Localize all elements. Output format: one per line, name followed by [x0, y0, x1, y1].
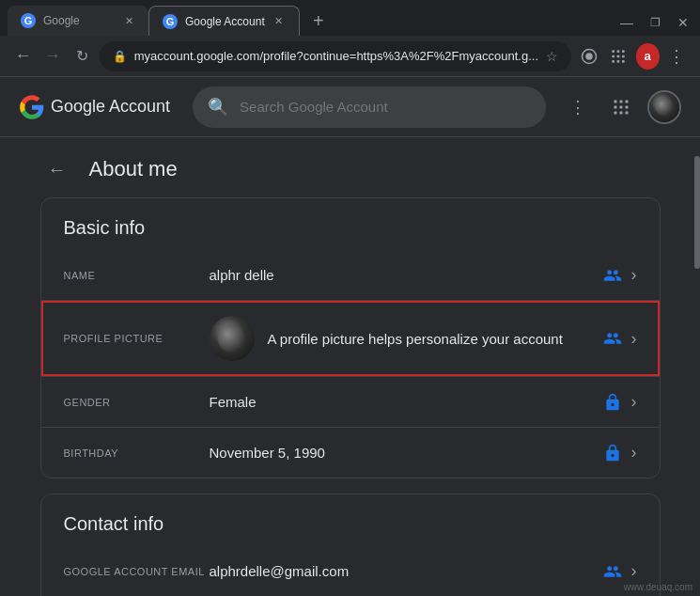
profile-people-icon: [603, 329, 622, 348]
tab-google-close[interactable]: ✕: [122, 15, 135, 27]
avatar-image: [649, 92, 679, 122]
cast-icon[interactable]: [577, 43, 600, 70]
email-label: GOOGLE ACCOUNT EMAIL: [64, 566, 210, 577]
maximize-button[interactable]: ❐: [650, 16, 661, 29]
name-row[interactable]: NAME alphr delle ›: [41, 250, 660, 301]
email-row-actions: ›: [603, 561, 637, 581]
address-bar: ← → ↻ 🔒 myaccount.google.com/profile?con…: [0, 36, 700, 77]
profile-picture-content: A profile picture helps personalize your…: [210, 316, 603, 361]
ga-logo: Google Account: [19, 94, 170, 120]
svg-rect-11: [622, 55, 625, 57]
svg-rect-13: [617, 60, 620, 63]
scrollbar-thumb[interactable]: [694, 156, 700, 269]
profile-thumb: [210, 316, 255, 361]
name-chevron: ›: [631, 265, 637, 285]
contact-info-title: Contact info: [41, 494, 660, 546]
tab-google-account[interactable]: G Google Account ✕: [148, 6, 300, 36]
svg-rect-16: [620, 100, 623, 102]
new-tab-button[interactable]: +: [305, 8, 332, 34]
name-value: alphr delle: [210, 267, 603, 283]
back-button[interactable]: ←: [40, 152, 74, 186]
watermark: www.deuaq.com: [624, 582, 692, 592]
profile-picture-actions: ›: [603, 329, 637, 349]
email-people-icon: [603, 562, 622, 581]
page-title: About me: [89, 157, 178, 181]
svg-text:G: G: [166, 16, 175, 27]
svg-rect-7: [617, 50, 620, 53]
svg-rect-17: [626, 100, 629, 102]
birthday-row-actions: ›: [603, 443, 637, 463]
ga-search-box[interactable]: 🔍: [193, 86, 546, 128]
tab-bar: G Google ✕ G Google Account ✕ + — ❐ ✕: [0, 0, 700, 36]
ga-favicon: G: [163, 14, 178, 29]
email-chevron: ›: [631, 561, 637, 581]
bookmark-icon[interactable]: ☆: [546, 49, 558, 64]
browser-chrome: G Google ✕ G Google Account ✕ + — ❐ ✕ ← …: [0, 0, 700, 77]
svg-text:G: G: [24, 15, 33, 26]
svg-rect-9: [612, 55, 614, 57]
svg-rect-8: [622, 50, 625, 53]
svg-point-5: [586, 54, 592, 59]
svg-rect-18: [614, 105, 617, 108]
gender-label: GENDER: [64, 397, 210, 408]
google-favicon: G: [21, 13, 36, 28]
reload-button[interactable]: ↻: [70, 43, 93, 70]
birthday-row[interactable]: BIRTHDAY November 5, 1990 ›: [41, 428, 660, 478]
profile-picture-chevron: ›: [631, 329, 637, 349]
name-label: NAME: [64, 270, 210, 281]
email-value: alphrdelle@gmail.com: [210, 563, 603, 579]
contact-info-section: Contact info GOOGLE ACCOUNT EMAIL alphrd…: [40, 494, 661, 596]
birthday-lock-icon: [603, 444, 622, 463]
basic-info-title: Basic info: [41, 198, 660, 250]
svg-rect-14: [622, 60, 625, 63]
birthday-label: BIRTHDAY: [64, 447, 210, 459]
close-button[interactable]: ✕: [677, 15, 689, 30]
profile-thumb-image: [210, 316, 255, 361]
ga-header-actions: ⋮: [561, 90, 681, 124]
gender-lock-icon: [603, 393, 622, 412]
gender-value: Female: [210, 394, 603, 410]
svg-rect-22: [620, 111, 623, 114]
name-people-icon: [603, 266, 622, 285]
svg-rect-23: [626, 111, 629, 114]
url-box[interactable]: 🔒 myaccount.google.com/profile?continue=…: [100, 41, 571, 71]
extensions-icon[interactable]: [606, 43, 630, 70]
forward-nav-button[interactable]: →: [40, 43, 64, 70]
name-row-actions: ›: [603, 265, 637, 285]
ga-more-icon[interactable]: ⋮: [561, 90, 595, 124]
tab-google-label: Google: [43, 14, 115, 27]
gender-row[interactable]: GENDER Female ›: [41, 376, 660, 428]
tab-ga-close[interactable]: ✕: [272, 15, 286, 27]
profile-picture-help-text: A profile picture helps personalize your…: [268, 331, 603, 347]
url-text: myaccount.google.com/profile?continue=ht…: [134, 49, 538, 63]
profile-picture-label: PROFILE PICTURE: [64, 333, 210, 344]
profile-picture-row[interactable]: PROFILE PICTURE A profile picture helps …: [41, 301, 660, 376]
back-nav-button[interactable]: ←: [11, 43, 35, 70]
main-content-inner: ← About me Basic info NAME alphr delle ›: [22, 137, 679, 596]
basic-info-section: Basic info NAME alphr delle › PROFILE PI…: [40, 197, 661, 478]
scrollbar[interactable]: [692, 137, 700, 596]
ga-search-input[interactable]: [240, 99, 531, 115]
gender-chevron: ›: [631, 392, 637, 412]
svg-rect-19: [620, 105, 623, 108]
ga-header: Google Account 🔍 ⋮: [0, 77, 700, 137]
user-profile-button[interactable]: a: [636, 43, 660, 70]
google-logo-icon: [19, 94, 45, 120]
gender-row-actions: ›: [603, 392, 637, 412]
birthday-chevron: ›: [631, 443, 637, 463]
menu-icon[interactable]: ⋮: [665, 43, 689, 70]
minimize-button[interactable]: —: [620, 15, 633, 30]
ga-search-icon: 🔍: [208, 97, 228, 118]
svg-rect-10: [617, 55, 620, 57]
page-content: Google Account 🔍 ⋮: [0, 77, 700, 596]
main-content: ← About me Basic info NAME alphr delle ›: [0, 137, 700, 596]
svg-rect-20: [626, 105, 629, 108]
tab-google[interactable]: G Google ✕: [8, 6, 148, 36]
back-navigation: ← About me: [40, 137, 661, 197]
ga-user-avatar[interactable]: [647, 90, 681, 124]
window-controls: — ❐ ✕: [620, 15, 700, 36]
svg-rect-6: [612, 50, 614, 53]
ga-apps-icon[interactable]: [604, 90, 638, 124]
email-row[interactable]: GOOGLE ACCOUNT EMAIL alphrdelle@gmail.co…: [41, 546, 660, 596]
birthday-value: November 5, 1990: [210, 445, 603, 461]
